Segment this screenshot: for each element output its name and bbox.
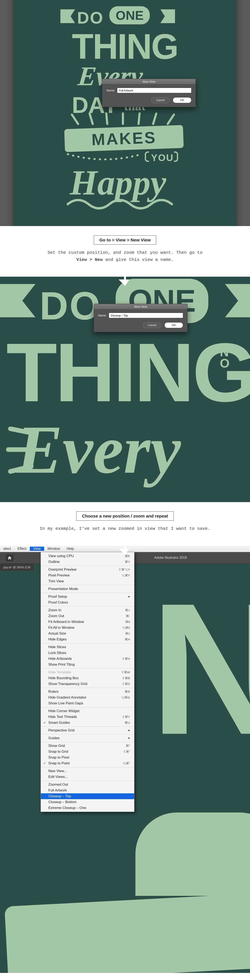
rays-icon: [65, 113, 180, 127]
ok-button[interactable]: OK: [173, 97, 191, 103]
menu-shortcut: ⌘Y: [125, 560, 130, 564]
menu-item-label: Proof Setup: [48, 595, 67, 599]
menu-item[interactable]: Perspective Grid▶: [41, 727, 134, 733]
submenu-arrow-icon: ▶: [128, 729, 130, 732]
menu-item[interactable]: Fit Artboard in Window⌘0: [41, 619, 134, 625]
ribbon-left: [61, 10, 75, 23]
menu-item[interactable]: Edit Views...: [41, 774, 134, 780]
menu-shortcut: ⌥⌘": [122, 762, 130, 765]
menu-item[interactable]: Hide Edges⌘H: [41, 636, 134, 642]
menu-item[interactable]: Hide Corner Widget: [41, 708, 134, 714]
menu-effect[interactable]: Effect: [14, 547, 30, 551]
cancel-button[interactable]: Cancel: [151, 97, 170, 103]
menu-item-label: Zoom In: [48, 608, 61, 612]
menu-item[interactable]: Closeup – Bottom: [41, 799, 134, 805]
menu-item[interactable]: ✓Snap to Point⌥⌘": [41, 760, 134, 766]
menu-item[interactable]: Hide Artboards⇧⌘H: [41, 656, 134, 662]
menu-item-label: Fit All in Window: [48, 626, 74, 630]
menu-item[interactable]: Hide Text Threads⇧⌘Y: [41, 714, 134, 720]
svg-line-9: [10, 466, 31, 471]
menu-item[interactable]: Overprint Preview⇧⌘⌥Y: [41, 567, 134, 573]
app-title: Adobe Illustrator 2019: [154, 556, 187, 560]
menu-item[interactable]: Lock Slices: [41, 650, 134, 656]
menu-shortcut: ⌘0: [125, 620, 130, 624]
menu-item[interactable]: Closeup – Top: [41, 793, 134, 799]
menu-item-label: Smart Guides: [48, 721, 70, 725]
menu-item[interactable]: Fit All in Window⌥⌘0: [41, 625, 134, 631]
dialog-title: New View: [102, 79, 196, 84]
menu-item[interactable]: Trim View: [41, 578, 134, 584]
svg-line-7: [10, 429, 31, 433]
menu-item[interactable]: Extreme Closeup – One: [41, 805, 134, 811]
art2-n-accent: NO: [220, 347, 229, 369]
art-do: DO: [77, 8, 104, 27]
svg-line-5: [153, 113, 156, 124]
svg-line-4: [139, 113, 140, 124]
view-name-input[interactable]: [117, 88, 191, 93]
menu-help[interactable]: Help: [63, 547, 77, 551]
menu-item[interactable]: ✓Smart Guides⌘U: [41, 720, 134, 725]
menu-item[interactable]: Presentation Mode: [41, 586, 134, 592]
menu-view[interactable]: View: [30, 547, 44, 551]
document-tab[interactable]: ppy.ai* @ 300% (CM: [0, 564, 34, 571]
menu-shortcut: ⌘+: [125, 608, 130, 612]
ribbon-right: [161, 10, 175, 23]
menu-item-label: Fit Artboard in Window: [48, 620, 84, 624]
artwork-typography: DO ONE THING Every DAY that MAKES: [14, 0, 236, 226]
menu-item[interactable]: Full Artwork: [41, 788, 134, 793]
menu-item[interactable]: Hide Bounding Box⇧⌘B: [41, 675, 134, 681]
menu-item[interactable]: Hide Slices: [41, 644, 134, 650]
ok-button-2[interactable]: OK: [164, 322, 183, 328]
makes-banner: MAKES: [64, 125, 183, 152]
arrow-down-icon: [119, 536, 131, 555]
menu-item[interactable]: Show Print Tiling: [41, 662, 134, 668]
menu-item[interactable]: Rulers⌘R: [41, 689, 134, 695]
menu-item[interactable]: Guides▶: [41, 735, 134, 741]
menu-item[interactable]: Hide Gradient Annotator⌥⌘G: [41, 695, 134, 700]
menu-item-label: Proof Colors: [48, 600, 68, 605]
menu-item[interactable]: Pixel Preview⌥⌘Y: [41, 573, 134, 578]
view-name-input-2[interactable]: [109, 313, 183, 318]
menu-item[interactable]: Zoomed Out: [41, 782, 134, 788]
art2-every: Every: [17, 410, 181, 489]
home-button[interactable]: [6, 555, 13, 561]
menu-select[interactable]: elect: [0, 547, 14, 551]
menu-item-label: Hide Slices: [48, 645, 66, 649]
menu-item-label: Hide Text Threads: [48, 715, 77, 719]
menu-item-label: Show Print Tiling: [48, 662, 75, 667]
name-label: Name:: [107, 89, 115, 92]
menu-item-label: Lock Slices: [48, 651, 66, 655]
menu-item[interactable]: Zoom In⌘+: [41, 607, 134, 613]
menu-item[interactable]: Show Live Paint Gaps: [41, 700, 134, 706]
new-view-dialog: New View Name: Cancel OK: [102, 79, 196, 107]
menu-item-label: Snap to Pixel: [48, 756, 69, 760]
menu-item[interactable]: Proof Colors: [41, 600, 134, 605]
cancel-button-2[interactable]: Cancel: [143, 322, 161, 328]
caption-1-title: Go to > View > New View: [94, 235, 156, 245]
menu-item[interactable]: Show Transparency Grid⇧⌘D: [41, 681, 134, 687]
menu-item-label: Presentation Mode: [48, 587, 78, 591]
menu-item-label: Perspective Grid: [48, 728, 75, 732]
menu-item[interactable]: Zoom Out⌘-: [41, 613, 134, 619]
screenshot-1: DO ONE THING Every DAY that MAKES: [0, 0, 250, 226]
menu-shortcut: ⌘1: [125, 632, 130, 635]
menu-shortcut: ⌘-: [126, 614, 130, 618]
checkmark-icon: ✓: [43, 762, 46, 765]
artboard: DO ONE THING Every DAY that MAKES: [14, 0, 236, 226]
menu-shortcut: ⇧⌘B: [122, 676, 130, 680]
view-dropdown: View using CPU⌘EOutline⌘YOverprint Previ…: [41, 552, 134, 812]
menu-shortcut: ⇧⌘D: [122, 682, 130, 686]
menu-item-label: Actual Size: [48, 632, 66, 636]
menu-item[interactable]: Proof Setup▶: [41, 594, 134, 600]
menu-window[interactable]: Window: [44, 547, 63, 551]
menu-item[interactable]: Actual Size⌘1: [41, 631, 134, 636]
menu-item[interactable]: Snap to Pixel: [41, 754, 134, 760]
menu-item[interactable]: Show Grid⌘": [41, 743, 134, 749]
menu-item-label: Outline: [48, 560, 60, 564]
menu-item: Hide Template⇧⌘W: [41, 670, 134, 675]
screenshot-3: N elect Effect View Window Help Adobe Il…: [0, 546, 250, 973]
menu-item[interactable]: Outline⌘Y: [41, 559, 134, 565]
menu-item[interactable]: Snap to Grid⇧⌘": [41, 749, 134, 754]
art-you: YOU: [151, 152, 174, 163]
menu-item[interactable]: New View...: [41, 768, 134, 774]
